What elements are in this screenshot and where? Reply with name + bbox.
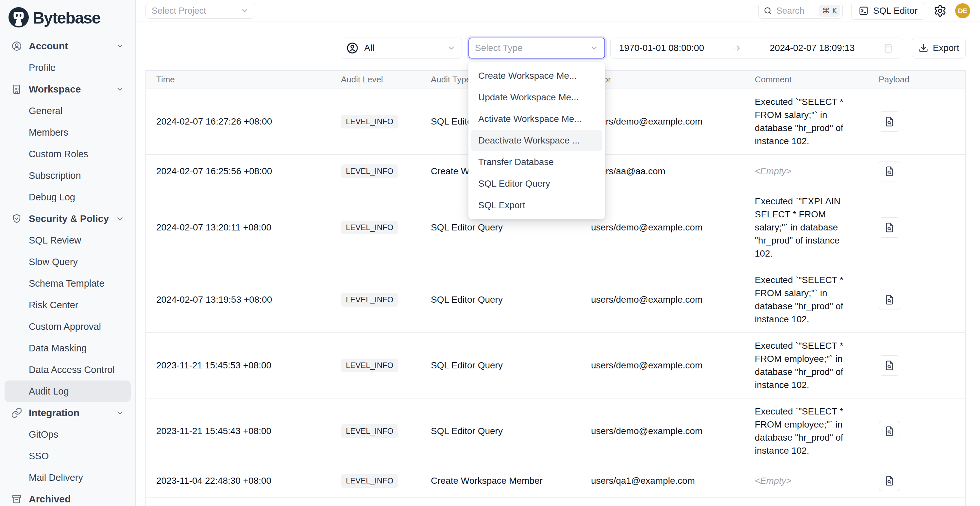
terminal-icon xyxy=(859,6,869,16)
type-dropdown-option-label: Transfer Database xyxy=(478,157,554,167)
view-payload-button[interactable] xyxy=(879,217,900,238)
view-payload-button[interactable] xyxy=(879,471,900,491)
cell-time: 2023-11-21 15:45:43 +08:00 xyxy=(146,426,331,436)
table-row: 2023-11-21 15:45:53 +08:00 LEVEL_INFO SQ… xyxy=(146,333,965,398)
sidebar-item-data-access-control[interactable]: Data Access Control xyxy=(5,359,131,380)
cell-actor: users/demo@example.com xyxy=(581,360,744,371)
sidebar-item-label: Data Access Control xyxy=(29,364,115,375)
type-dropdown-option-label: Deactivate Workspace ... xyxy=(478,135,580,146)
search-box[interactable]: ⌘ K xyxy=(758,3,843,19)
bytebase-logo[interactable]: Bytebase xyxy=(0,0,135,33)
sidebar-item-audit-log[interactable]: Audit Log xyxy=(5,380,131,402)
cell-audit-level: LEVEL_INFO xyxy=(331,221,420,234)
brand-name: Bytebase xyxy=(33,8,100,27)
actor-filter-select[interactable]: All xyxy=(340,38,462,59)
sidebar-item-general[interactable]: General xyxy=(5,100,131,122)
sidebar-item-debug-log[interactable]: Debug Log xyxy=(5,186,131,208)
chevron-down-icon xyxy=(116,85,124,94)
type-dropdown-menu: Create Workspace Me... Update Workspace … xyxy=(468,62,605,220)
type-dropdown-option-label: SQL Export xyxy=(478,200,525,210)
type-filter-placeholder: Select Type xyxy=(475,43,523,53)
sidebar: Bytebase Account Profile Workspace xyxy=(0,0,136,506)
view-payload-button[interactable] xyxy=(879,290,900,310)
cell-payload xyxy=(868,290,965,310)
sidebar-group-security-policy[interactable]: Security & Policy xyxy=(5,208,131,229)
view-payload-button[interactable] xyxy=(879,355,900,376)
type-dropdown-option[interactable]: Activate Workspace Me... xyxy=(471,108,603,130)
sidebar-item-label: Custom Approval xyxy=(29,321,101,332)
sidebar-item-label: Risk Center xyxy=(29,300,78,310)
type-dropdown-option[interactable]: SQL Editor Query xyxy=(471,173,603,194)
gear-icon[interactable] xyxy=(934,4,947,18)
sidebar-item-risk-center[interactable]: Risk Center xyxy=(5,294,131,316)
type-dropdown-option[interactable]: Update Workspace Me... xyxy=(471,87,603,108)
sidebar-item-sql-review[interactable]: SQL Review xyxy=(5,229,131,251)
column-header-comment: Comment xyxy=(744,75,868,85)
type-filter-select[interactable]: Select Type Create Workspace Me... Updat… xyxy=(468,38,605,59)
sidebar-group-account[interactable]: Account xyxy=(5,35,131,57)
chevron-down-icon xyxy=(240,6,249,15)
sidebar-item-custom-approval[interactable]: Custom Approval xyxy=(5,316,131,337)
view-payload-button[interactable] xyxy=(879,161,900,181)
user-avatar[interactable]: DE xyxy=(955,3,970,18)
sql-editor-button[interactable]: SQL Editor xyxy=(851,2,925,20)
chevron-down-icon xyxy=(590,44,598,52)
sidebar-item-data-masking[interactable]: Data Masking xyxy=(5,337,131,359)
sidebar-item-label: Slow Query xyxy=(29,256,78,267)
sidebar-item-label: Debug Log xyxy=(29,192,75,203)
sidebar-item-label: SQL Review xyxy=(29,235,81,246)
comment-text: Executed `"EXPLAIN SELECT * FROM salary;… xyxy=(755,196,840,259)
audit-level-badge: LEVEL_INFO xyxy=(341,221,398,234)
sidebar-item-label: Schema Template xyxy=(29,278,105,289)
table-row: 2023-11-04 01:06:24 +08:00 LEVEL_INFO SQ… xyxy=(146,498,965,506)
cell-actor: users/demo@example.com xyxy=(581,116,744,127)
cell-time: 2023-11-04 22:48:30 +08:00 xyxy=(146,476,331,486)
type-dropdown-option[interactable]: Deactivate Workspace ... xyxy=(471,130,603,151)
audit-level-badge: LEVEL_INFO xyxy=(341,424,398,438)
shield-check-icon xyxy=(11,213,22,224)
cell-payload xyxy=(868,355,965,376)
sidebar-item-label: Members xyxy=(29,127,68,138)
sidebar-item-label: Data Masking xyxy=(29,343,87,354)
export-label: Export xyxy=(933,43,959,53)
cell-actor: users/demo@example.com xyxy=(581,294,744,305)
chevron-down-icon xyxy=(116,215,124,223)
sidebar-group-integration[interactable]: Integration xyxy=(5,402,131,423)
sql-editor-label: SQL Editor xyxy=(873,6,918,16)
cell-time: 2024-02-07 16:25:56 +08:00 xyxy=(146,166,331,177)
sidebar-item-mail-delivery[interactable]: Mail Delivery xyxy=(5,467,131,488)
topbar-right: ⌘ K SQL Editor DE xyxy=(758,2,970,20)
column-header-actor: Actor xyxy=(581,75,744,85)
sidebar-item-sso[interactable]: SSO xyxy=(5,445,131,467)
type-dropdown-option[interactable]: SQL Export xyxy=(471,194,603,216)
sidebar-item-gitops[interactable]: GitOps xyxy=(5,423,131,445)
audit-level-badge: LEVEL_INFO xyxy=(341,164,398,178)
sidebar-nav: Account Profile Workspace General Member… xyxy=(0,33,135,506)
search-shortcut-badge: ⌘ K xyxy=(819,5,840,17)
table-row: 2023-11-04 22:48:30 +08:00 LEVEL_INFO Cr… xyxy=(146,464,965,498)
sidebar-item-slow-query[interactable]: Slow Query xyxy=(5,251,131,273)
export-button[interactable]: Export xyxy=(912,38,966,59)
project-select[interactable]: Select Project xyxy=(145,3,255,19)
file-search-icon xyxy=(884,476,895,486)
sidebar-group-label: Security & Policy xyxy=(29,213,109,224)
view-payload-button[interactable] xyxy=(879,421,900,441)
type-dropdown-option-label: Activate Workspace Me... xyxy=(478,114,582,124)
view-payload-button[interactable] xyxy=(879,111,900,132)
search-input[interactable] xyxy=(776,6,815,16)
date-range-picker[interactable]: 1970-01-01 08:00:00 2024-02-07 18:09:13 xyxy=(610,38,902,59)
sidebar-item-members[interactable]: Members xyxy=(5,122,131,143)
sidebar-group-archived[interactable]: Archived xyxy=(5,488,131,506)
table-row: 2023-11-21 15:45:43 +08:00 LEVEL_INFO SQ… xyxy=(146,398,965,464)
sidebar-item-profile[interactable]: Profile xyxy=(5,57,131,78)
type-dropdown-option[interactable]: Create Workspace Me... xyxy=(471,65,603,87)
cell-payload xyxy=(868,111,965,132)
sidebar-item-custom-roles[interactable]: Custom Roles xyxy=(5,143,131,165)
cell-comment: <Empty> xyxy=(744,165,868,178)
sidebar-item-subscription[interactable]: Subscription xyxy=(5,165,131,186)
type-dropdown-option[interactable]: Transfer Database xyxy=(471,151,603,173)
sidebar-group-workspace[interactable]: Workspace xyxy=(5,78,131,100)
sidebar-item-label: Custom Roles xyxy=(29,149,88,159)
cell-payload xyxy=(868,161,965,181)
sidebar-item-schema-template[interactable]: Schema Template xyxy=(5,273,131,294)
